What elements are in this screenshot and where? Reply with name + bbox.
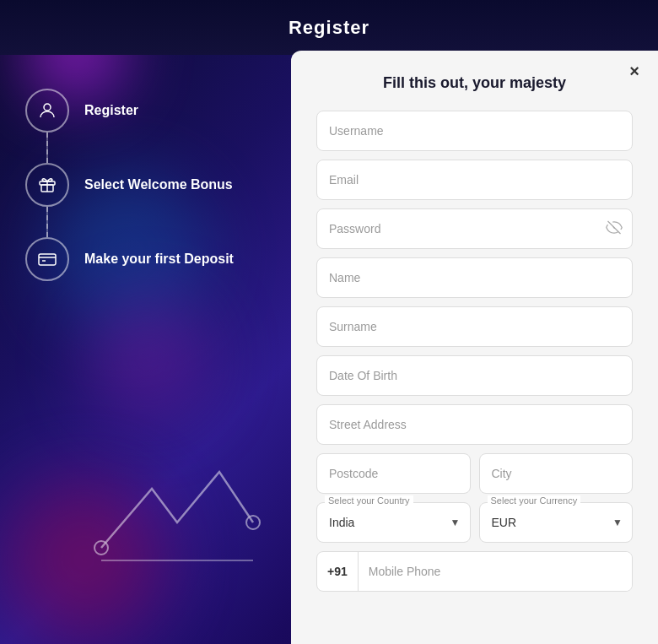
svg-rect-7 (39, 254, 56, 265)
phone-wrap: +91 (316, 551, 633, 592)
password-toggle-button[interactable] (606, 219, 623, 239)
step-deposit: Make your first Deposit (25, 237, 257, 281)
header-title: Register (289, 17, 369, 39)
postcode-input[interactable] (316, 453, 471, 494)
currency-select-wrap: Select your Currency EUR USD GBP INR ▼ (479, 502, 634, 543)
postcode-group (316, 453, 471, 494)
name-input[interactable] (316, 257, 633, 298)
steps-list: Register Select Welcome Bonus (25, 89, 257, 281)
step-register-icon-wrap (25, 89, 69, 133)
street-input[interactable] (316, 404, 633, 445)
step-deposit-label: Make your first Deposit (84, 252, 234, 267)
step-bonus-label: Select Welcome Bonus (84, 177, 233, 192)
phone-code: +91 (317, 552, 359, 591)
dob-input[interactable] (316, 355, 633, 396)
step-connector-1 (46, 133, 48, 163)
step-register-label: Register (84, 103, 138, 118)
city-input[interactable] (479, 453, 634, 494)
step-deposit-icon-wrap (25, 237, 69, 281)
surname-input[interactable] (316, 306, 633, 347)
city-group (479, 453, 634, 494)
left-panel: Register Select Welcome Bonus (0, 55, 283, 644)
step-connector-2 (46, 207, 48, 237)
country-currency-row: Select your Country India United States … (316, 502, 633, 543)
header-bar: Register (0, 0, 658, 55)
name-group (316, 257, 633, 298)
dob-group (316, 355, 633, 396)
step-register: Register (25, 89, 257, 133)
step-bonus-icon-wrap (25, 163, 69, 207)
modal-subtitle: Fill this out, your majesty (316, 74, 633, 92)
currency-select[interactable]: EUR USD GBP INR (479, 502, 634, 543)
password-group (316, 208, 633, 249)
country-select[interactable]: India United States United Kingdom Germa… (316, 502, 471, 543)
username-input[interactable] (316, 111, 633, 151)
user-icon (37, 100, 57, 121)
email-input[interactable] (316, 160, 633, 200)
country-select-label: Select your Country (325, 495, 413, 506)
email-group (316, 160, 633, 200)
username-group (316, 111, 633, 151)
surname-group (316, 306, 633, 347)
modal-panel: × Fill this out, your majesty (291, 51, 658, 644)
gift-icon (37, 175, 57, 195)
step-welcome-bonus: Select Welcome Bonus (25, 163, 257, 207)
country-select-wrap: Select your Country India United States … (316, 502, 471, 543)
currency-select-label: Select your Currency (488, 495, 581, 506)
close-button[interactable]: × (623, 59, 646, 83)
eye-off-icon (606, 219, 623, 236)
phone-input[interactable] (359, 552, 632, 591)
svg-point-3 (44, 104, 51, 111)
phone-group: +91 (316, 551, 633, 592)
card-icon (37, 249, 57, 269)
street-group (316, 404, 633, 445)
password-input[interactable] (316, 208, 633, 249)
